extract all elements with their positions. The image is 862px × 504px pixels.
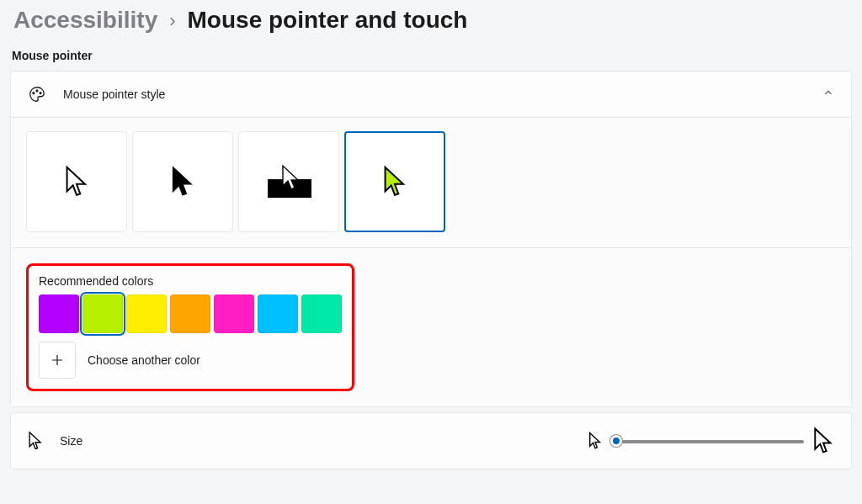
color-swatch-lime[interactable]: [82, 294, 123, 333]
choose-another-color-label: Choose another color: [88, 353, 200, 367]
chevron-up-icon: [822, 87, 834, 102]
color-swatch-magenta[interactable]: [214, 294, 254, 333]
cursor-small-icon: [28, 431, 43, 451]
color-swatch-yellow[interactable]: [126, 294, 167, 333]
card-header-size[interactable]: Size: [11, 413, 851, 469]
pointer-style-black[interactable]: [132, 131, 233, 232]
card-header-pointer-style[interactable]: Mouse pointer style: [11, 72, 851, 117]
svg-point-1: [36, 90, 38, 92]
breadcrumb-parent[interactable]: Accessibility: [13, 7, 157, 34]
section-label-mouse-pointer: Mouse pointer: [10, 49, 852, 71]
card-size: Size: [10, 412, 852, 470]
color-swatch-teal[interactable]: [301, 294, 342, 333]
size-title: Size: [60, 434, 572, 448]
slider-thumb[interactable]: [610, 435, 622, 447]
breadcrumb: Accessibility › Mouse pointer and touch: [10, 0, 852, 49]
pointer-style-inverted[interactable]: [238, 131, 339, 232]
card-body-colors: Recommended colors Choose another color: [11, 247, 851, 406]
pointer-style-options: [26, 131, 836, 232]
card-pointer-style: Mouse pointer style: [10, 71, 852, 407]
recommended-colors-panel: Recommended colors Choose another color: [26, 263, 354, 391]
card-body-pointer-style: [11, 117, 851, 247]
cursor-small-icon: [588, 432, 602, 450]
page-title: Mouse pointer and touch: [188, 7, 468, 34]
recommended-colors-title: Recommended colors: [39, 274, 342, 288]
size-slider[interactable]: [610, 432, 804, 449]
size-slider-group: [588, 427, 834, 455]
choose-another-color[interactable]: Choose another color: [39, 342, 342, 379]
chevron-right-icon: ›: [169, 10, 175, 32]
color-swatch-cyan[interactable]: [258, 294, 298, 333]
pointer-style-custom[interactable]: [344, 131, 445, 232]
pointer-style-white[interactable]: [26, 131, 127, 232]
plus-icon: [39, 342, 76, 379]
svg-point-0: [33, 93, 35, 94]
svg-point-2: [40, 93, 41, 94]
color-swatches: [39, 294, 342, 333]
cursor-large-icon: [812, 427, 834, 455]
color-swatch-purple[interactable]: [39, 294, 79, 333]
palette-icon: [28, 85, 46, 103]
color-swatch-orange[interactable]: [170, 294, 210, 333]
card-title: Mouse pointer style: [63, 88, 806, 101]
